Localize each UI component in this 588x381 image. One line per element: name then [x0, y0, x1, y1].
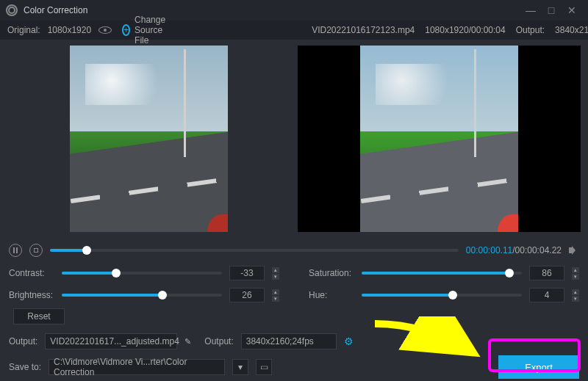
save-to-label: Save to: [9, 362, 41, 372]
saturation-slider[interactable] [362, 272, 522, 275]
time-total: 00:00:04.22 [515, 245, 562, 255]
info-bar: Original: 1080x1920 + Change Source File… [0, 21, 588, 40]
brightness-slider[interactable] [62, 294, 222, 297]
contrast-value[interactable]: -33 [229, 266, 265, 280]
pencil-icon[interactable]: ✎ [184, 337, 191, 346]
output-resolution: 3840x2160 [555, 25, 588, 35]
time-current: 00:00:00.11 [466, 245, 512, 255]
slider-grid: Contrast: -33 ▴▾ Saturation: 86 ▴▾ Brigh… [9, 266, 579, 302]
time-display: 00:00:00.11/00:00:04.22 [466, 245, 562, 255]
change-source-label: Change Source File [135, 15, 169, 46]
preview-original [7, 46, 290, 232]
hue-slider[interactable] [362, 294, 522, 297]
saturation-label: Saturation: [309, 268, 354, 278]
save-path-field[interactable]: C:\Vidmore\Vidmore Vi...rter\Color Corre… [49, 359, 225, 375]
output-file-label: Output: [9, 336, 37, 346]
output-row: Output: VID2022101617..._adjusted.mp4 ✎ … [0, 330, 588, 352]
brightness-value[interactable]: 26 [229, 288, 265, 302]
plus-icon: + [122, 24, 130, 36]
hue-up[interactable]: ▴ [572, 289, 579, 295]
saturation-down[interactable]: ▾ [572, 274, 579, 280]
saturation-value[interactable]: 86 [529, 266, 564, 280]
hue-row: Hue: 4 ▴▾ [309, 288, 579, 302]
contrast-slider[interactable] [62, 272, 222, 275]
change-source-button[interactable]: + Change Source File [122, 15, 301, 46]
output-format-label: Output: [204, 336, 233, 346]
save-dropdown[interactable]: ▾ [232, 359, 248, 375]
saturation-row: Saturation: 86 ▴▾ [309, 266, 579, 280]
brightness-row: Brightness: 26 ▴▾ [9, 288, 279, 302]
contrast-down[interactable]: ▾ [272, 274, 279, 280]
app-icon [6, 4, 18, 16]
stop-button[interactable] [29, 244, 43, 257]
gear-icon[interactable]: ⚙ [344, 335, 354, 347]
brightness-up[interactable]: ▴ [272, 289, 279, 295]
open-folder-button[interactable]: ▭ [256, 359, 272, 375]
preview-adjusted [298, 46, 581, 232]
brightness-label: Brightness: [9, 290, 54, 300]
original-resolution: 1080x1920 [48, 25, 91, 35]
contrast-up[interactable]: ▴ [272, 267, 279, 273]
source-filename: VID20221016172123.mp4 [312, 25, 415, 35]
output-format-field[interactable]: 3840x2160;24fps [241, 333, 337, 349]
hue-label: Hue: [309, 290, 354, 300]
reset-button[interactable]: Reset [13, 308, 65, 324]
export-button[interactable]: Export [498, 355, 579, 379]
output-res-label: Output: [516, 25, 545, 35]
controls-panel: 00:00:00.11/00:00:04.22 Contrast: -33 ▴▾… [0, 238, 588, 330]
close-button[interactable]: ✕ [562, 3, 582, 18]
pause-button[interactable] [9, 244, 22, 257]
progress-slider[interactable] [50, 249, 459, 252]
eye-icon[interactable] [98, 26, 112, 34]
transport-row: 00:00:00.11/00:00:04.22 [9, 244, 579, 257]
contrast-row: Contrast: -33 ▴▾ [9, 266, 279, 280]
saturation-up[interactable]: ▴ [572, 267, 579, 273]
contrast-label: Contrast: [9, 268, 54, 278]
preview-area [0, 40, 588, 238]
minimize-button[interactable]: — [520, 3, 541, 18]
window-title: Color Correction [24, 5, 520, 15]
source-fileinfo: 1080x1920/00:00:04 [425, 25, 505, 35]
brightness-down[interactable]: ▾ [272, 296, 279, 302]
original-label: Original: [7, 25, 40, 35]
save-row: Save to: C:\Vidmore\Vidmore Vi...rter\Co… [0, 352, 588, 381]
hue-down[interactable]: ▾ [572, 296, 579, 302]
speaker-icon[interactable] [569, 245, 579, 255]
hue-value[interactable]: 4 [529, 288, 564, 302]
output-filename-field[interactable]: VID2022101617..._adjusted.mp4 [45, 333, 177, 349]
maximize-button[interactable]: □ [541, 3, 562, 18]
